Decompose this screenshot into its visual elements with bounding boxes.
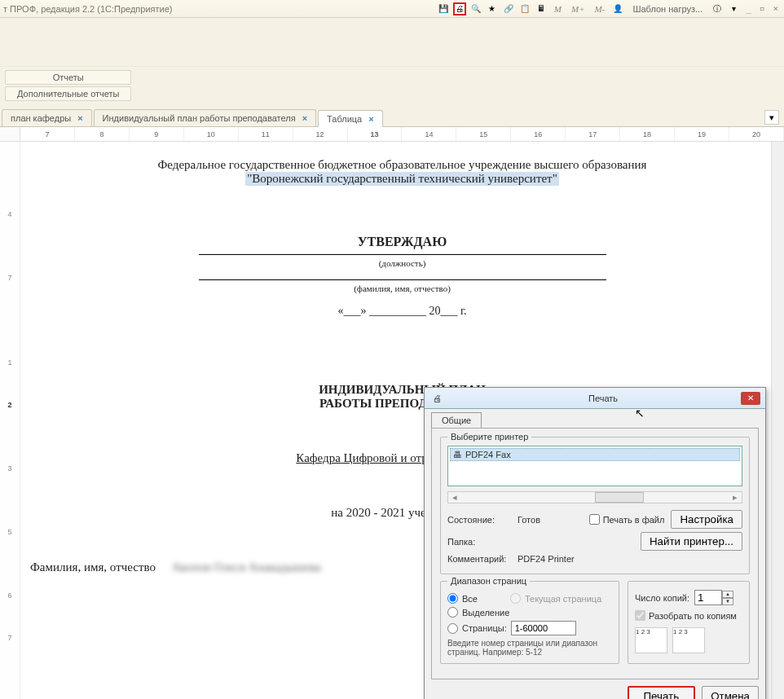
memo-mplus[interactable]: M+ — [568, 4, 588, 14]
minimize-button[interactable]: _ — [743, 3, 754, 14]
additional-reports-button[interactable]: Дополнительные отчеты — [5, 86, 131, 101]
spin-up[interactable]: ▲ — [722, 591, 733, 598]
tab-label: план кафедры — [11, 113, 71, 123]
fio-label: (фамилия, имя, отчество) — [199, 284, 606, 293]
user-icon: 👤 — [611, 2, 624, 15]
print-icon[interactable]: 🖨 — [453, 2, 466, 15]
restore-button[interactable]: ▫ — [757, 3, 768, 14]
close-icon[interactable]: × — [77, 113, 82, 123]
radio-selection[interactable] — [447, 607, 458, 618]
tab-table[interactable]: Таблица × — [318, 110, 383, 127]
dialog-title: Печать — [588, 393, 741, 403]
date-line: «___» __________ 20___ г. — [199, 305, 606, 318]
calendar-icon[interactable]: 📋 — [518, 2, 531, 15]
spin-down[interactable]: ▼ — [722, 598, 733, 605]
vertical-ruler: 4 7 1 2 3 5 6 7 — [0, 142, 20, 699]
collate-checkbox[interactable]: Разобрать по копиям — [635, 610, 742, 621]
print-to-file-checkbox[interactable]: Печать в файл — [589, 514, 665, 525]
copies-input[interactable] — [694, 590, 722, 605]
position-label: (должность) — [199, 258, 606, 268]
close-button[interactable]: × — [770, 3, 781, 14]
close-icon[interactable]: × — [368, 114, 373, 124]
pages-input[interactable] — [511, 621, 576, 635]
printer-scrollbar[interactable]: ◂ ▸ — [447, 491, 742, 503]
info-icon[interactable]: ⓘ — [711, 2, 724, 15]
link-icon[interactable]: 🔗 — [502, 2, 515, 15]
comment-label: Комментарий: — [447, 554, 511, 564]
tabs-dropdown[interactable]: ▾ — [764, 110, 779, 125]
close-icon[interactable]: × — [302, 113, 307, 123]
fio-field-label: Фамилия, имя, отчество — [30, 561, 156, 574]
collate-icon: 1 2 3 — [672, 627, 705, 653]
print-dialog: 🖨 Печать ✕ Общие Выберите принтер 🖶 PDF2… — [424, 387, 766, 699]
fio-field-value: Акопов Олеся Анакадышева — [172, 561, 321, 574]
memo-mminus[interactable]: M- — [592, 4, 609, 14]
tab-plan-kafedry[interactable]: план кафедры × — [2, 109, 92, 126]
state-value: Готов — [518, 515, 540, 525]
folder-label: Папка: — [447, 537, 511, 547]
dialog-titlebar[interactable]: 🖨 Печать ✕ — [425, 388, 765, 409]
vertical-scrollbar[interactable] — [771, 142, 784, 699]
approve-label: УТВЕРЖДАЮ — [199, 235, 606, 249]
toolbar: Отчеты Дополнительные отчеты — [0, 67, 784, 108]
ribbon-empty — [0, 18, 784, 67]
tab-general[interactable]: Общие — [431, 412, 482, 428]
search-icon[interactable]: 🔍 — [469, 2, 482, 15]
page-range-label: Диапазон страниц — [447, 576, 530, 586]
disk-icon[interactable]: 💾 — [437, 2, 450, 15]
doc-institution-line2: "Воронежский государственный технический… — [245, 172, 559, 186]
tab-label: Таблица — [327, 114, 362, 124]
radio-current — [510, 593, 521, 604]
app-title: т ПРОФ, редакция 2.2 (1С:Предприятие) — [3, 4, 437, 14]
collate-icon: 1 2 3 — [635, 627, 667, 653]
radio-all[interactable] — [447, 593, 458, 604]
copies-label: Число копий: — [635, 593, 689, 603]
dropdown-icon[interactable]: ▾ — [727, 2, 740, 15]
memo-m[interactable]: M — [551, 4, 565, 14]
reports-button[interactable]: Отчеты — [5, 70, 131, 85]
printer-item[interactable]: 🖶 PDF24 Fax — [450, 448, 740, 461]
printer-item-name: PDF24 Fax — [465, 450, 511, 459]
settings-button[interactable]: Настройка — [671, 510, 742, 529]
star-icon[interactable]: ★ — [486, 2, 499, 15]
print-button[interactable]: Печать — [628, 686, 696, 699]
tab-label: Индивидуальный план работы преподавателя — [103, 113, 296, 123]
radio-pages[interactable] — [447, 623, 458, 634]
doc-institution-line1: Федеральное государственное бюджетное об… — [30, 158, 774, 172]
user-name[interactable]: Шаблон нагруз... — [628, 4, 707, 14]
dialog-close-button[interactable]: ✕ — [741, 392, 760, 405]
cancel-button[interactable]: Отмена — [702, 686, 759, 699]
scroll-left-icon[interactable]: ◂ — [448, 492, 461, 503]
find-printer-button[interactable]: Найти принтер... — [641, 532, 742, 551]
horizontal-ruler: 7 8 9 10 11 12 13 14 15 16 17 18 19 20 — [0, 127, 784, 142]
printer-item-icon: 🖶 — [453, 450, 462, 459]
select-printer-label: Выберите принтер — [447, 432, 531, 442]
printer-icon: 🖨 — [433, 393, 585, 403]
comment-value: PDF24 Printer — [518, 554, 575, 564]
app-titlebar: т ПРОФ, редакция 2.2 (1С:Предприятие) 💾 … — [0, 0, 784, 18]
tab-individual-plan[interactable]: Индивидуальный план работы преподавателя… — [94, 109, 316, 126]
printer-list[interactable]: 🖶 PDF24 Fax — [447, 446, 742, 486]
document-tabs: план кафедры × Индивидуальный план работ… — [0, 108, 784, 127]
scroll-right-icon[interactable]: ▸ — [729, 492, 742, 503]
calc-icon[interactable]: 🖩 — [535, 2, 548, 15]
state-label: Состояние: — [447, 515, 511, 525]
pages-note: Введите номер страницы или диапазон стра… — [447, 639, 612, 657]
